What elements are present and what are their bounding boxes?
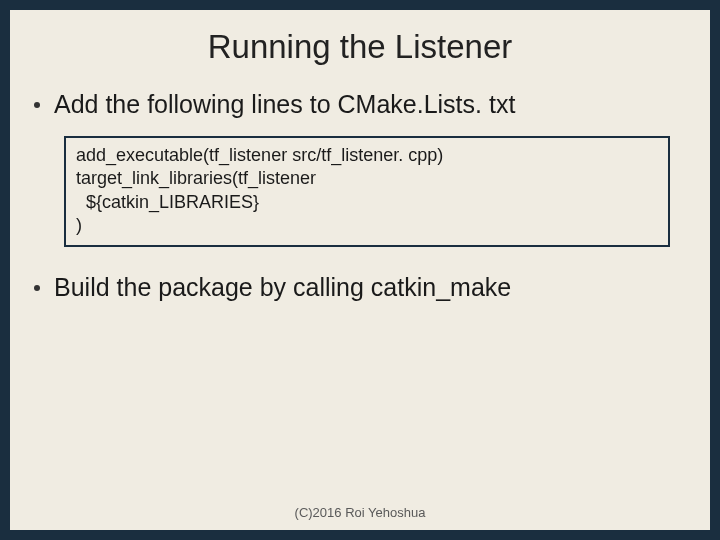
bullet-dot-icon <box>34 102 40 108</box>
code-block: add_executable(tf_listener src/tf_listen… <box>64 136 670 248</box>
bullet-text: Build the package by calling catkin_make <box>54 271 511 305</box>
bullet-item: Build the package by calling catkin_make <box>10 271 710 305</box>
slide-footer: (C)2016 Roi Yehoshua <box>10 505 710 520</box>
bullet-text: Add the following lines to CMake.Lists. … <box>54 88 515 122</box>
bullet-dot-icon <box>34 285 40 291</box>
slide: Running the Listener Add the following l… <box>10 10 710 530</box>
slide-title: Running the Listener <box>10 28 710 66</box>
code-line: ${catkin_LIBRARIES} <box>76 191 658 214</box>
code-line: ) <box>76 214 658 237</box>
bullet-item: Add the following lines to CMake.Lists. … <box>10 88 710 122</box>
code-line: add_executable(tf_listener src/tf_listen… <box>76 144 658 167</box>
code-line: target_link_libraries(tf_listener <box>76 167 658 190</box>
